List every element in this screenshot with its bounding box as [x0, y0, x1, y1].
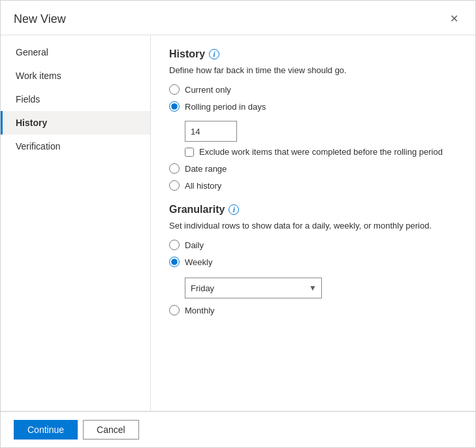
sidebar-item-label: Fields: [16, 94, 40, 104]
sidebar-item-label: Work items: [16, 71, 61, 81]
sidebar-item-history[interactable]: History: [1, 111, 150, 135]
rolling-period-option[interactable]: Rolling period in days: [169, 101, 457, 112]
granularity-section: Granularity i Set individual rows to sho…: [169, 204, 457, 315]
monthly-label: Monthly: [185, 306, 215, 315]
history-section-title: History i: [169, 48, 457, 60]
continue-button[interactable]: Continue: [14, 420, 78, 440]
sidebar-item-label: General: [16, 47, 48, 57]
weekly-label: Weekly: [185, 257, 212, 267]
rolling-period-label: Rolling period in days: [185, 102, 266, 112]
dialog-title: New View: [14, 12, 66, 26]
all-history-radio[interactable]: [169, 180, 180, 191]
exclude-checkbox[interactable]: [185, 148, 194, 157]
weekly-radio[interactable]: [169, 257, 180, 267]
cancel-button[interactable]: Cancel: [83, 420, 139, 440]
current-only-label: Current only: [185, 85, 231, 95]
sidebar-item-verification[interactable]: Verification: [1, 135, 150, 158]
dialog-header: New View ✕: [1, 1, 475, 35]
exclude-label: Exclude work items that were completed b…: [199, 147, 443, 157]
monthly-radio[interactable]: [169, 305, 180, 315]
sidebar-item-work-items[interactable]: Work items: [1, 64, 150, 88]
daily-label: Daily: [185, 240, 204, 250]
rolling-sub-options: Exclude work items that were completed b…: [185, 121, 457, 157]
current-only-option[interactable]: Current only: [169, 84, 457, 95]
dialog-footer: Continue Cancel: [1, 411, 475, 447]
daily-option[interactable]: Daily: [169, 240, 457, 250]
weekly-sub-options: Monday Tuesday Wednesday Thursday Friday…: [185, 278, 457, 298]
rolling-period-radio[interactable]: [169, 101, 180, 112]
weekly-option[interactable]: Weekly: [169, 257, 457, 267]
current-only-radio[interactable]: [169, 84, 180, 95]
main-content: History i Define how far back in time th…: [151, 35, 475, 411]
rolling-period-input[interactable]: [185, 121, 237, 142]
history-description: Define how far back in time the view sho…: [169, 65, 457, 75]
dialog-body: General Work items Fields History Verifi…: [1, 35, 475, 411]
history-info-icon[interactable]: i: [209, 49, 219, 59]
granularity-info-icon[interactable]: i: [229, 204, 239, 215]
all-history-option[interactable]: All history: [169, 180, 457, 191]
exclude-checkbox-row: Exclude work items that were completed b…: [185, 147, 457, 157]
sidebar: General Work items Fields History Verifi…: [1, 35, 151, 411]
sidebar-item-fields[interactable]: Fields: [1, 88, 150, 111]
day-of-week-dropdown[interactable]: Monday Tuesday Wednesday Thursday Friday…: [185, 278, 322, 298]
sidebar-item-label: History: [16, 118, 47, 128]
granularity-radio-group: Daily Weekly Monday Tuesday Wednesday: [169, 240, 457, 315]
history-section: History i Define how far back in time th…: [169, 48, 457, 191]
sidebar-item-general[interactable]: General: [1, 40, 150, 64]
close-button[interactable]: ✕: [446, 11, 462, 27]
sidebar-item-label: Verification: [16, 141, 60, 152]
date-range-radio[interactable]: [169, 163, 180, 174]
history-radio-group: Current only Rolling period in days Excl…: [169, 84, 457, 191]
daily-radio[interactable]: [169, 240, 180, 250]
new-view-dialog: New View ✕ General Work items Fields His…: [0, 0, 476, 448]
date-range-option[interactable]: Date range: [169, 163, 457, 174]
granularity-description: Set individual rows to show data for a d…: [169, 221, 457, 231]
day-dropdown-wrapper: Monday Tuesday Wednesday Thursday Friday…: [185, 278, 322, 298]
date-range-label: Date range: [185, 164, 227, 174]
granularity-section-title: Granularity i: [169, 204, 457, 216]
all-history-label: All history: [185, 181, 221, 191]
monthly-option[interactable]: Monthly: [169, 305, 457, 315]
